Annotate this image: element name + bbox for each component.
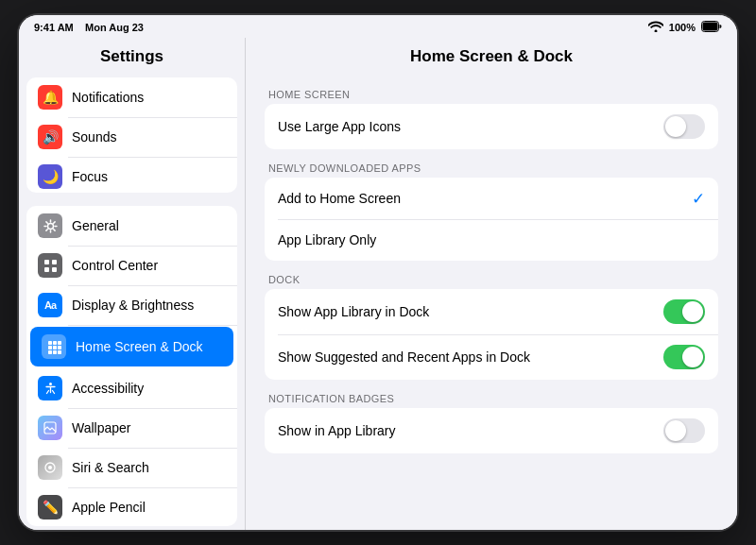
svg-point-16 bbox=[49, 383, 52, 385]
show-app-library-dock-toggle[interactable] bbox=[663, 299, 705, 324]
svg-point-19 bbox=[48, 466, 52, 469]
sidebar-item-general[interactable]: General bbox=[26, 206, 237, 246]
large-icons-label: Use Large App Icons bbox=[278, 119, 401, 134]
show-in-app-library-toggle[interactable] bbox=[663, 418, 705, 443]
sidebar-item-notifications[interactable]: 🔔 Notifications bbox=[26, 77, 237, 117]
wallpaper-icon bbox=[38, 416, 62, 440]
section-label-dock: DOCK bbox=[268, 274, 714, 285]
wallpaper-label: Wallpaper bbox=[72, 420, 131, 435]
sidebar-item-control-center[interactable]: Control Center bbox=[26, 246, 237, 285]
time-display: 9:41 AM bbox=[34, 22, 74, 33]
section-label-newly-downloaded: NEWLY DOWNLOADED APPS bbox=[268, 162, 714, 174]
sidebar-item-focus[interactable]: 🌙 Focus bbox=[26, 157, 237, 193]
row-show-suggested-recent[interactable]: Show Suggested and Recent Apps in Dock bbox=[265, 334, 718, 380]
general-label: General bbox=[72, 218, 119, 233]
display-icon: Aa bbox=[38, 293, 62, 317]
status-right: 100% bbox=[648, 21, 722, 34]
apple-pencil-label: Apple Pencil bbox=[72, 500, 146, 515]
svg-rect-14 bbox=[53, 350, 57, 354]
section-group-notification-badges: Show in App Library bbox=[265, 408, 718, 453]
svg-rect-9 bbox=[58, 341, 61, 345]
sounds-label: Sounds bbox=[72, 129, 116, 145]
toggle-knob-dock2 bbox=[682, 347, 703, 367]
sidebar-item-home-screen[interactable]: Home Screen & Dock bbox=[30, 327, 233, 366]
detail-panel: Home Screen & Dock HOME SCREEN Use Large… bbox=[246, 38, 737, 530]
svg-point-2 bbox=[47, 223, 53, 229]
svg-rect-7 bbox=[48, 341, 52, 345]
sidebar-item-siri[interactable]: Siri & Search bbox=[26, 448, 237, 487]
section-label-notification-badges: NOTIFICATION BADGES bbox=[268, 393, 714, 404]
row-app-library-only[interactable]: App Library Only bbox=[265, 219, 718, 261]
control-center-icon bbox=[38, 253, 62, 278]
toggle-knob-dock1 bbox=[682, 301, 703, 322]
detail-title: Home Screen & Dock bbox=[265, 38, 718, 76]
row-show-in-app-library[interactable]: Show in App Library bbox=[265, 408, 718, 453]
add-to-home-label: Add to Home Screen bbox=[278, 191, 401, 206]
show-in-app-library-label: Show in App Library bbox=[278, 423, 396, 438]
sidebar-item-wallpaper[interactable]: Wallpaper bbox=[26, 408, 237, 448]
ipad-frame: 9:41 AM Mon Aug 23 100% bbox=[19, 15, 737, 530]
show-app-library-dock-label: Show App Library in Dock bbox=[278, 304, 429, 319]
svg-rect-3 bbox=[44, 260, 49, 264]
section-group-home-screen: Use Large App Icons bbox=[265, 104, 718, 149]
show-suggested-recent-toggle[interactable] bbox=[663, 345, 705, 369]
siri-icon bbox=[38, 455, 62, 480]
date-display: Mon Aug 23 bbox=[85, 22, 144, 33]
section-group-newly-downloaded: Add to Home Screen ✓ App Library Only bbox=[265, 178, 718, 261]
status-bar: 9:41 AM Mon Aug 23 100% bbox=[19, 15, 737, 38]
display-label: Display & Brightness bbox=[72, 298, 194, 313]
add-to-home-checkmark: ✓ bbox=[692, 189, 705, 209]
notifications-icon: 🔔 bbox=[38, 85, 62, 110]
accessibility-icon bbox=[38, 376, 62, 400]
svg-rect-11 bbox=[53, 346, 57, 349]
section-label-home-screen: HOME SCREEN bbox=[268, 89, 714, 100]
sidebar-item-display[interactable]: Aa Display & Brightness bbox=[26, 285, 237, 325]
siri-label: Siri & Search bbox=[72, 460, 149, 475]
svg-rect-4 bbox=[52, 260, 57, 264]
sidebar-group-2: General Control Center Aa bbox=[26, 206, 237, 526]
svg-rect-12 bbox=[58, 346, 61, 349]
accessibility-label: Accessibility bbox=[72, 381, 144, 396]
home-screen-icon bbox=[42, 334, 66, 359]
section-group-dock: Show App Library in Dock Show Suggested … bbox=[265, 289, 718, 380]
battery-icon bbox=[701, 21, 722, 34]
sidebar-item-sounds[interactable]: 🔊 Sounds bbox=[26, 117, 237, 157]
row-add-to-home[interactable]: Add to Home Screen ✓ bbox=[265, 178, 718, 219]
status-time: 9:41 AM Mon Aug 23 bbox=[34, 22, 144, 33]
sidebar-item-accessibility[interactable]: Accessibility bbox=[26, 368, 237, 408]
notifications-label: Notifications bbox=[72, 90, 144, 105]
row-show-app-library-dock[interactable]: Show App Library in Dock bbox=[265, 289, 718, 334]
svg-rect-6 bbox=[52, 267, 57, 272]
apple-pencil-icon: ✏️ bbox=[38, 495, 62, 519]
battery-percentage: 100% bbox=[669, 22, 696, 33]
svg-rect-13 bbox=[48, 350, 52, 354]
main-content: Settings 🔔 Notifications 🔊 Sounds 🌙 Focu… bbox=[19, 38, 737, 530]
toggle-knob-badges bbox=[665, 420, 686, 441]
wifi-icon bbox=[648, 21, 663, 34]
sidebar-title: Settings bbox=[19, 38, 245, 74]
svg-rect-15 bbox=[58, 350, 61, 354]
svg-rect-1 bbox=[703, 23, 718, 31]
focus-icon: 🌙 bbox=[38, 164, 62, 189]
sidebar-group-1: 🔔 Notifications 🔊 Sounds 🌙 Focus ⏱ Scree… bbox=[26, 77, 237, 193]
app-library-only-label: App Library Only bbox=[278, 232, 376, 247]
show-suggested-recent-label: Show Suggested and Recent Apps in Dock bbox=[278, 349, 530, 365]
svg-rect-8 bbox=[53, 341, 57, 345]
large-icons-toggle[interactable] bbox=[663, 114, 705, 139]
toggle-knob bbox=[665, 116, 686, 137]
general-icon bbox=[38, 213, 62, 238]
sidebar: Settings 🔔 Notifications 🔊 Sounds 🌙 Focu… bbox=[19, 38, 246, 530]
control-center-label: Control Center bbox=[72, 258, 158, 273]
sounds-icon: 🔊 bbox=[38, 125, 62, 149]
home-screen-label: Home Screen & Dock bbox=[76, 339, 203, 354]
sidebar-item-apple-pencil[interactable]: ✏️ Apple Pencil bbox=[26, 487, 237, 526]
svg-rect-10 bbox=[48, 346, 52, 349]
svg-rect-5 bbox=[44, 267, 49, 272]
focus-label: Focus bbox=[72, 169, 108, 184]
row-large-icons[interactable]: Use Large App Icons bbox=[265, 104, 718, 149]
